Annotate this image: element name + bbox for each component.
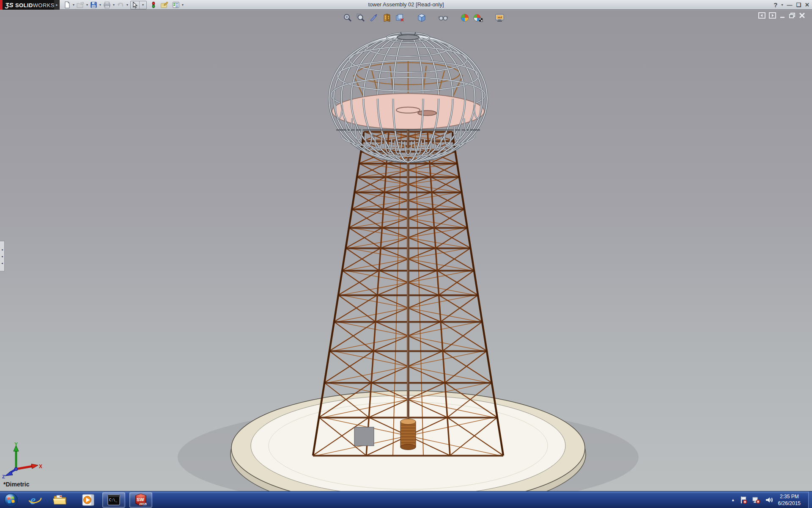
comment-icon — [160, 1, 168, 8]
hidden-icons-button[interactable]: ▲ — [731, 498, 735, 502]
new-document-icon — [63, 1, 71, 8]
view-orientation-icon — [382, 13, 392, 22]
view-settings-button[interactable] — [494, 13, 505, 22]
display-style-button[interactable] — [395, 13, 405, 22]
print-icon — [103, 1, 111, 8]
view-settings-icon — [495, 13, 505, 22]
design-checker-dropdown[interactable]: ▾ — [181, 3, 185, 7]
edit-appearance-icon — [460, 13, 469, 22]
start-button[interactable] — [3, 492, 19, 508]
logo-glyph: ƷS — [5, 1, 14, 8]
doc-minimize-button[interactable] — [779, 12, 785, 19]
dock-left-icon — [758, 12, 765, 19]
feature-manager-collapsed-tab[interactable]: ◂ ◂ ◂ — [0, 241, 5, 271]
windows-explorer-button[interactable] — [51, 492, 69, 508]
section-view-button[interactable] — [369, 13, 379, 22]
select-button[interactable] — [131, 1, 139, 9]
graphics-area[interactable]: ◂ ◂ ◂ Y X Z *Dimetric — [0, 10, 812, 491]
window-controls: ? ▾ — ❏ ✕ — [774, 0, 809, 10]
folder-icon — [53, 494, 67, 506]
triad-z-label: Z — [2, 474, 5, 478]
help-button[interactable]: ? — [774, 2, 777, 8]
color-swatch-icon — [151, 1, 156, 8]
clock-time: 2:35 PM — [778, 493, 801, 500]
minimize-button[interactable]: — — [787, 2, 792, 8]
apply-scene-icon — [473, 13, 483, 22]
reference-triad: Y X Z — [2, 441, 44, 478]
view-orientation-button[interactable] — [382, 13, 392, 22]
color-swatch-button[interactable] — [150, 0, 157, 9]
menu-expand-tab[interactable]: ▸ — [54, 0, 60, 10]
taskbar-clock[interactable]: 2:35 PM 6/26/2015 — [778, 493, 801, 507]
new-dropdown[interactable]: ▾ — [71, 3, 76, 7]
print-button[interactable] — [102, 0, 112, 9]
section-view-icon — [369, 13, 379, 22]
apply-scene-button[interactable] — [473, 13, 483, 22]
design-checker-icon — [172, 1, 180, 8]
media-player-button[interactable] — [79, 492, 97, 508]
triad-y-label: Y — [14, 442, 18, 447]
network-error-icon[interactable] — [752, 496, 760, 504]
open-button[interactable] — [76, 0, 85, 9]
dock-left-button[interactable] — [758, 12, 765, 19]
view-cube-button[interactable] — [417, 13, 427, 22]
zoom-to-area-button[interactable] — [356, 13, 366, 22]
clock-date: 6/26/2015 — [778, 500, 801, 507]
title-bar: ƷSSOLIDWORKS ▸ ▾ ▾ — [0, 0, 812, 10]
zoom-to-fit-icon — [343, 13, 352, 22]
close-icon — [799, 12, 805, 19]
svg-text:2015: 2015 — [139, 502, 147, 506]
save-dropdown[interactable]: ▾ — [98, 3, 102, 7]
solidworks-2015-icon: SW 2015 — [134, 493, 148, 507]
standard-toolbar: ▾ ▾ ▾ — [63, 0, 185, 10]
restore-icon — [789, 12, 796, 19]
edit-appearance-button[interactable] — [460, 13, 470, 22]
zoom-to-fit-button[interactable] — [343, 13, 353, 22]
window-title: tower Assembly 02 [Read-only] — [368, 1, 444, 8]
save-icon — [90, 1, 97, 8]
undo-button[interactable] — [116, 0, 125, 9]
volume-icon[interactable] — [765, 496, 774, 504]
select-tool-group: ▾ — [130, 1, 147, 9]
svg-text:SW: SW — [137, 497, 144, 502]
display-style-icon — [395, 13, 405, 22]
doc-restore-button[interactable] — [789, 12, 796, 19]
open-dropdown[interactable]: ▾ — [85, 3, 89, 7]
solidworks-logo: ƷSSOLIDWORKS — [0, 0, 54, 10]
internet-explorer-icon: e — [28, 493, 42, 507]
undo-dropdown[interactable]: ▾ — [125, 3, 129, 7]
taskbar: e C — [0, 491, 812, 508]
start-orb-icon — [4, 493, 18, 507]
svg-text:C:\_: C:\_ — [109, 498, 117, 502]
print-dropdown[interactable]: ▾ — [112, 3, 116, 7]
help-dropdown[interactable]: ▾ — [781, 3, 783, 7]
logo-text: ƷSSOLIDWORKS — [5, 1, 55, 8]
comment-button[interactable] — [159, 0, 169, 9]
select-cursor-icon — [132, 2, 138, 8]
triad-x-label: X — [39, 464, 42, 469]
open-icon — [77, 1, 84, 8]
save-button[interactable] — [89, 0, 98, 9]
tower-assembly-model — [0, 10, 812, 491]
internet-explorer-button[interactable]: e — [26, 492, 44, 508]
select-dropdown[interactable]: ▾ — [139, 1, 146, 9]
solidworks-2015-button[interactable]: SW 2015 — [129, 492, 152, 508]
show-desktop-button[interactable] — [808, 491, 812, 508]
zoom-to-area-icon — [356, 13, 365, 22]
close-button[interactable]: ✕ — [805, 2, 809, 8]
new-document-button[interactable] — [63, 0, 71, 9]
dock-right-button[interactable] — [769, 12, 776, 19]
minimize-icon — [779, 12, 785, 19]
undo-icon — [117, 1, 124, 8]
system-tray: ▲ 2:35 PM 6/26/2015 — [731, 491, 807, 508]
media-player-icon — [81, 493, 95, 507]
restore-button[interactable]: ❏ — [796, 2, 801, 8]
hide-show-items-button[interactable] — [438, 13, 448, 22]
dock-right-icon — [769, 12, 776, 19]
command-prompt-button[interactable]: C:\_ — [102, 492, 125, 508]
design-checker-button[interactable] — [171, 0, 181, 9]
view-orientation-label: *Dimetric — [3, 481, 29, 488]
action-center-flag-icon[interactable] — [740, 496, 747, 504]
doc-close-button[interactable] — [799, 12, 805, 19]
document-window-controls — [758, 12, 805, 19]
